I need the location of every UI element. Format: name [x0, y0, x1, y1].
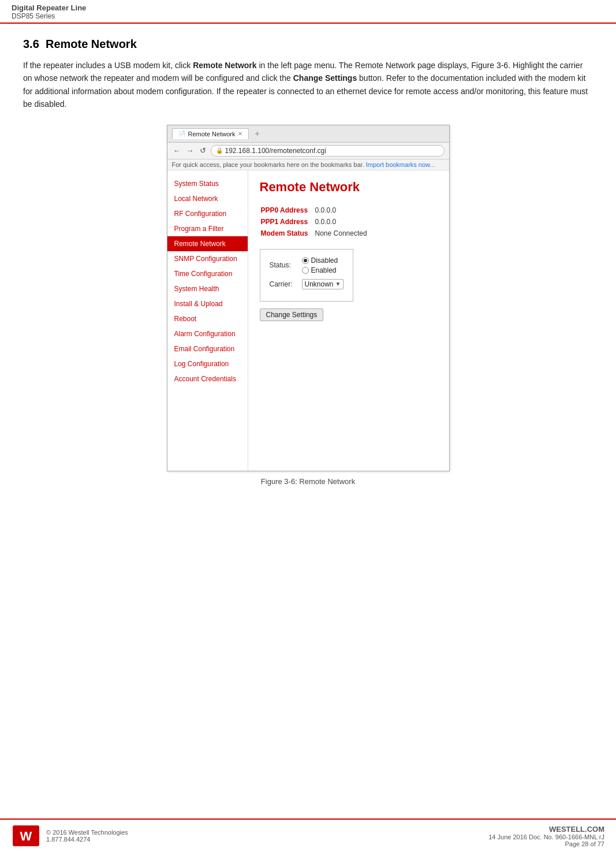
field-label: PPP1 Address [261, 217, 314, 227]
browser-addressbar: ← → ↺ 🔒 192.168.1.100/remotenetconf.cgi [167, 143, 449, 159]
browser-body: System StatusLocal NetworkRF Configurati… [167, 170, 449, 471]
status-row: Status: Disabled Enabled [270, 256, 344, 274]
settings-box: Status: Disabled Enabled [260, 249, 354, 302]
import-bookmarks-link[interactable]: Import bookmarks now... [366, 161, 435, 168]
brand-name: Digital Repeater Line [12, 3, 604, 12]
select-arrow-icon: ▼ [335, 281, 341, 287]
disabled-radio[interactable]: Disabled [302, 256, 338, 265]
enabled-radio[interactable]: Enabled [302, 266, 338, 274]
field-value: 0.0.0.0 [315, 205, 373, 215]
sidebar-item-program-a-filter[interactable]: Program a Filter [167, 221, 248, 236]
sidebar-item-log-configuration[interactable]: Log Configuration [167, 356, 248, 371]
address-box[interactable]: 🔒 192.168.1.100/remotenetconf.cgi [211, 145, 445, 157]
series-name: DSP85 Series [12, 12, 604, 20]
sidebar-item-system-status[interactable]: System Status [167, 176, 248, 191]
disabled-radio-dot [302, 257, 309, 264]
back-button[interactable]: ← [172, 146, 182, 155]
westell-logo: W [12, 824, 40, 847]
carrier-row: Carrier: Unknown ▼ [270, 279, 344, 289]
lock-icon: 🔒 [216, 147, 223, 154]
web-page-title: Remote Network [260, 180, 438, 195]
sidebar-item-install-&-upload[interactable]: Install & Upload [167, 296, 248, 311]
sidebar-item-rf-configuration[interactable]: RF Configuration [167, 206, 248, 221]
doc-footer: W © 2016 Westell Technologies 1.877.844.… [0, 818, 616, 852]
sidebar-item-remote-network[interactable]: Remote Network [167, 236, 248, 251]
browser-mockup: 📄 Remote Network ✕ + ← → ↺ 🔒 192.168.1.1… [167, 125, 450, 471]
enabled-radio-dot [302, 267, 309, 274]
sidebar-item-local-network[interactable]: Local Network [167, 191, 248, 206]
svg-text:W: W [20, 829, 32, 843]
carrier-label: Carrier: [270, 280, 298, 288]
footer-logo: W © 2016 Westell Technologies 1.877.844.… [12, 824, 128, 847]
carrier-value: Unknown [305, 280, 334, 288]
enabled-label: Enabled [311, 266, 337, 274]
body-paragraph: If the repeater includes a USB modem kit… [23, 59, 593, 111]
status-radio-group: Disabled Enabled [302, 256, 338, 274]
copyright-text: © 2016 Westell Technologies [46, 829, 128, 836]
field-value: None Connected [315, 228, 373, 239]
browser-tab[interactable]: 📄 Remote Network ✕ [172, 128, 249, 139]
field-label: PPP0 Address [261, 205, 314, 215]
sidebar-item-time-configuration[interactable]: Time Configuration [167, 266, 248, 281]
sidebar-item-alarm-configuration[interactable]: Alarm Configuration [167, 326, 248, 341]
tab-close-icon[interactable]: ✕ [238, 131, 242, 137]
phone-text: 1.877.844.4274 [46, 836, 128, 843]
new-tab-icon[interactable]: + [255, 129, 259, 138]
bookmark-bar: For quick access, place your bookmarks h… [167, 159, 449, 170]
doc-header: Digital Repeater Line DSP85 Series [0, 0, 616, 24]
forward-button[interactable]: → [185, 146, 195, 155]
footer-right: WESTELL.COM 14 June 2016 Doc. No. 960-16… [488, 825, 604, 847]
field-value: 0.0.0.0 [315, 217, 373, 227]
sidebar-item-system-health[interactable]: System Health [167, 281, 248, 296]
side-nav: System StatusLocal NetworkRF Configurati… [167, 170, 248, 471]
sidebar-item-account-credentials[interactable]: Account Credentials [167, 371, 248, 386]
address-text: 192.168.1.100/remotenetconf.cgi [225, 147, 326, 155]
field-label: Modem Status [261, 228, 314, 239]
refresh-button[interactable]: ↺ [199, 146, 207, 155]
web-main-panel: Remote Network PPP0 Address0.0.0.0PPP1 A… [248, 170, 449, 471]
doc-info: 14 June 2016 Doc. No. 960-1666-MNL rJ [488, 834, 604, 840]
tab-icon: 📄 [178, 131, 185, 137]
sidebar-item-snmp-configuration[interactable]: SNMP Configuration [167, 251, 248, 266]
info-table: PPP0 Address0.0.0.0PPP1 Address0.0.0.0Mo… [260, 204, 374, 240]
sidebar-item-email-configuration[interactable]: Email Configuration [167, 341, 248, 356]
change-settings-button[interactable]: Change Settings [260, 308, 324, 321]
status-label: Status: [270, 261, 298, 269]
figure-caption: Figure 3-6: Remote Network [23, 477, 593, 486]
section-title: 3.6 Remote Network [23, 38, 593, 51]
westell-com: WESTELL.COM [488, 825, 604, 834]
main-content: 3.6 Remote Network If the repeater inclu… [0, 24, 616, 538]
disabled-label: Disabled [311, 256, 338, 265]
browser-titlebar: 📄 Remote Network ✕ + [167, 125, 449, 143]
tab-title: Remote Network [188, 131, 236, 137]
page-number: Page 28 of 77 [488, 840, 604, 847]
carrier-select[interactable]: Unknown ▼ [302, 279, 344, 289]
sidebar-item-reboot[interactable]: Reboot [167, 311, 248, 326]
footer-brand-text: © 2016 Westell Technologies 1.877.844.42… [46, 829, 128, 843]
